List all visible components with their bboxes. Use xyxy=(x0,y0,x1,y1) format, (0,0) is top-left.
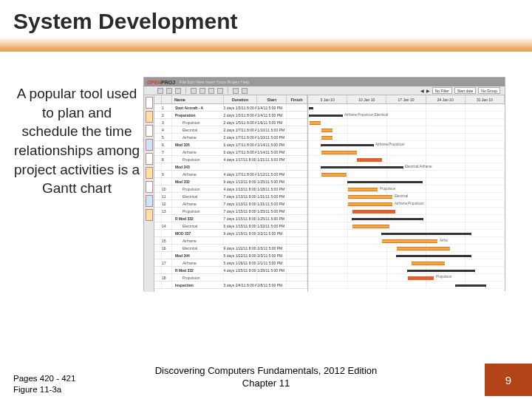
resources-view-icon[interactable] xyxy=(146,125,153,137)
grid-row[interactable]: 16Electrical9 days 1/22/11 8:00 AM2/3/11… xyxy=(154,245,307,252)
tracking-view-icon[interactable] xyxy=(146,167,153,179)
gantt-bar[interactable] xyxy=(348,181,422,183)
redo-icon[interactable] xyxy=(242,88,248,94)
save-icon[interactable] xyxy=(175,88,181,94)
footer-chapter: Chapter 11 xyxy=(0,378,532,390)
task-usage-icon[interactable] xyxy=(146,153,153,165)
gantt-bar[interactable]: Propulsion xyxy=(408,276,434,280)
chart-row xyxy=(308,126,505,134)
grid-row[interactable]: 1Start Aircraft - A0 days 1/3/11 8:00 AM… xyxy=(154,104,307,112)
chart-row xyxy=(308,178,505,185)
grid-row[interactable]: 15Airframe xyxy=(154,237,307,245)
filter-field[interactable]: No Filter xyxy=(432,87,452,94)
open-icon[interactable] xyxy=(166,88,172,94)
gantt-bar[interactable]: Electrical;Airframe xyxy=(321,166,403,168)
gantt-bar[interactable]: Electrical xyxy=(348,195,392,199)
grid-row[interactable]: 10Propulsion4 days 1/13/11 8:00 AM1/18/1… xyxy=(154,185,307,193)
gantt-bar[interactable] xyxy=(352,218,423,220)
gantt-bar[interactable]: Airframe;Propulsion xyxy=(321,144,373,146)
grid-row[interactable]: 11Electrical7 days 1/13/11 8:00 AM1/21/1… xyxy=(154,193,307,200)
grid-row[interactable]: 7Airframe6 days 1/7/11 8:00 AM1/14/11 5:… xyxy=(154,149,307,156)
chart-row xyxy=(308,267,505,274)
grid-row[interactable]: Inspection3 days 2/4/11 8:00 AM2/8/11 5:… xyxy=(154,282,307,289)
gantt-bar[interactable] xyxy=(397,255,471,257)
wbs-view-icon[interactable] xyxy=(146,139,153,151)
gantt-bar[interactable]: Airfra xyxy=(382,239,437,243)
view-rail xyxy=(144,95,154,292)
chart-row xyxy=(308,119,505,126)
grid-row[interactable]: Mod 343 xyxy=(154,163,307,171)
gantt-bar[interactable] xyxy=(352,210,395,214)
nav-prev-icon[interactable]: ◀ xyxy=(420,88,424,93)
toolbar-sep xyxy=(185,87,186,94)
col-start[interactable]: Start xyxy=(257,95,287,103)
grid-row[interactable]: 13Propulsion7 days 1/15/11 8:00 AM1/25/1… xyxy=(154,208,307,215)
sort-field[interactable]: Start date xyxy=(454,87,477,94)
grid-row[interactable]: R Mod 3327 days 1/15/11 8:00 AM1/25/11 5… xyxy=(154,215,307,222)
copy-icon[interactable] xyxy=(208,88,214,94)
bar-label: Airframe;Propulsion xyxy=(375,143,405,146)
col-indicator[interactable] xyxy=(154,95,162,103)
grid-row[interactable]: Mod 3445 days 1/22/11 8:00 AM2/3/11 5:00… xyxy=(154,252,307,259)
gantt-bar[interactable] xyxy=(397,247,450,250)
grid-row[interactable]: 5Airframe2 days 1/7/11 8:00 AM1/10/11 5:… xyxy=(154,134,307,141)
grid-row[interactable]: 2Preparation2 days 1/3/11 8:00 AM1/4/11 … xyxy=(154,112,307,119)
gantt-bar[interactable] xyxy=(321,136,332,140)
col-duration[interactable]: Duration xyxy=(224,95,258,103)
grid-row[interactable]: 17Airframe5 days 1/26/11 8:00 AM2/1/11 5… xyxy=(154,259,307,267)
chart-row xyxy=(308,134,505,141)
gantt-bar[interactable]: Airframe;Propulsion xyxy=(348,202,392,206)
chart-row xyxy=(308,245,505,252)
gantt-bar[interactable] xyxy=(310,121,321,125)
col-number[interactable] xyxy=(162,95,172,103)
bar-label: Electrical;Airframe xyxy=(405,165,432,168)
app-menubar[interactable]: File Edit View Insert Tools Project Help xyxy=(180,80,249,84)
grid-row[interactable]: MOD 3379 days 1/19/11 8:00 AM2/2/11 5:00… xyxy=(154,230,307,237)
grid-row[interactable]: 8Propulsion4 days 1/17/11 8:00 AM1/21/11… xyxy=(154,156,307,163)
grid-row[interactable]: 12Airframe7 days 1/13/11 8:00 AM1/21/11 … xyxy=(154,200,307,208)
grid-row[interactable]: 18Propulsion xyxy=(154,274,307,282)
grid-header: Name Duration Start Finish xyxy=(154,95,307,104)
group-field[interactable]: No Group xyxy=(478,87,500,94)
gantt-area: Name Duration Start Finish 1Start Aircra… xyxy=(144,95,505,292)
gantt-bar[interactable]: Airframe;Propulsion;Electrical xyxy=(310,115,342,117)
gantt-bar[interactable] xyxy=(382,233,471,235)
gantt-bar[interactable] xyxy=(456,284,485,287)
gantt-bar[interactable] xyxy=(357,158,382,162)
grid-row[interactable]: 6Mod 3266 days 1/7/11 8:00 AM1/14/11 5:0… xyxy=(154,141,307,149)
col-name[interactable]: Name xyxy=(172,95,224,103)
gantt-bar[interactable] xyxy=(321,129,332,132)
gantt-view-icon[interactable] xyxy=(146,97,153,109)
chart-row xyxy=(308,259,505,267)
grid-row[interactable]: 4Electrical2 days 1/7/11 8:00 AM1/10/11 … xyxy=(154,126,307,134)
network-view-icon[interactable] xyxy=(146,111,153,123)
new-icon[interactable] xyxy=(157,88,163,94)
gantt-bar[interactable] xyxy=(352,225,389,228)
gantt-bar[interactable] xyxy=(321,151,357,154)
gantt-bar[interactable] xyxy=(408,270,474,272)
print-icon[interactable] xyxy=(191,88,197,94)
col-finish[interactable]: Finish xyxy=(287,95,307,103)
paste-icon[interactable] xyxy=(217,88,223,94)
grid-row[interactable]: R Mod 3324 days 1/25/11 8:00 AM1/29/11 5… xyxy=(154,267,307,274)
nav-next-icon[interactable]: ▶ xyxy=(426,88,430,93)
toolbar-sep xyxy=(228,87,228,94)
histogram-view-icon[interactable] xyxy=(146,195,153,207)
gantt-bar[interactable] xyxy=(412,262,445,265)
grid-row[interactable]: 9Airframe4 days 1/7/11 8:00 AM1/12/11 5:… xyxy=(154,171,307,178)
bar-label: Airframe;Propulsion;Electrical xyxy=(344,113,388,117)
chart-row: Airframe;Propulsion xyxy=(308,200,505,208)
gantt-bar[interactable] xyxy=(321,173,347,177)
reports-view-icon[interactable] xyxy=(146,181,153,193)
grid-row[interactable]: 3Propulsion2 days 1/5/11 8:00 AM1/6/11 5… xyxy=(154,119,307,126)
chart-row xyxy=(308,282,505,289)
gantt-bar[interactable] xyxy=(310,107,313,109)
calendar-view-icon[interactable] xyxy=(146,209,153,221)
chart-row: Electrical xyxy=(308,193,505,200)
undo-icon[interactable] xyxy=(233,88,239,94)
chart-row: Electrical;Airframe xyxy=(308,163,505,171)
grid-row[interactable]: 14Electrical6 days 1/15/11 8:00 AM1/22/1… xyxy=(154,222,307,230)
grid-row[interactable]: Mod 3329 days 1/13/11 8:00 AM1/25/11 5:0… xyxy=(154,178,307,185)
cut-icon[interactable] xyxy=(200,88,205,94)
gantt-bar[interactable]: Propulsion xyxy=(348,188,378,191)
